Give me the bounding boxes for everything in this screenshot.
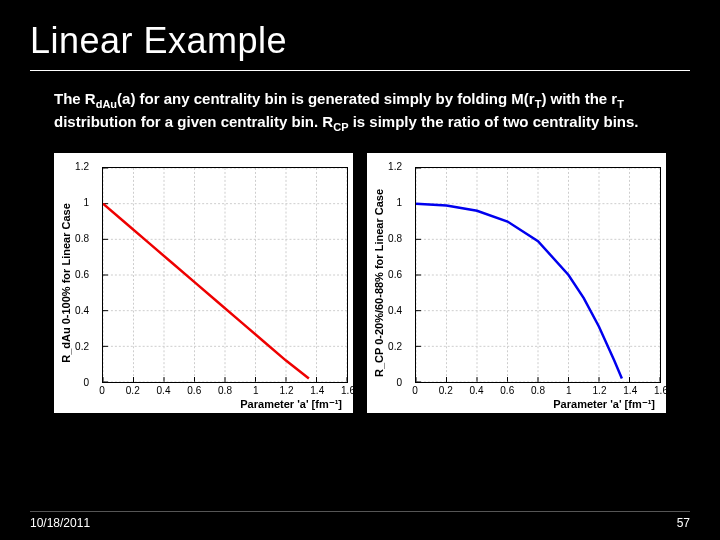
xtick-label: 1.6: [649, 385, 673, 396]
body-p2: (a) for any centrality bin is generated …: [117, 90, 535, 107]
body-sub3: T: [617, 98, 624, 110]
xtick-label: 1.2: [275, 385, 299, 396]
body-p1: The R: [54, 90, 96, 107]
slide: Linear Example The RdAu(a) for any centr…: [0, 0, 720, 540]
ytick-label: 1.2: [59, 161, 89, 172]
chart-row: R_dAu 0-100% for Linear Case Parameter '…: [54, 153, 666, 413]
ytick-label: 1: [59, 197, 89, 208]
xtick-label: 1.4: [618, 385, 642, 396]
chart-left: R_dAu 0-100% for Linear Case Parameter '…: [54, 153, 353, 413]
xtick-label: 0.2: [434, 385, 458, 396]
body-sub4: CP: [333, 121, 348, 133]
ytick-label: 0.4: [372, 305, 402, 316]
ytick-label: 0.4: [59, 305, 89, 316]
chart-right-xlabel: Parameter 'a' [fm⁻¹]: [415, 398, 661, 411]
chart-left-xlabel: Parameter 'a' [fm⁻¹]: [102, 398, 348, 411]
body-p5: is simply the ratio of two centrality bi…: [348, 113, 638, 130]
ytick-label: 0.6: [59, 269, 89, 280]
chart-right-ylabel: R_CP 0-20%/60-88% for Linear Case: [373, 183, 385, 383]
title-divider: [30, 70, 690, 71]
ytick-label: 1.2: [372, 161, 402, 172]
body-p4: distribution for a given centrality bin.…: [54, 113, 333, 130]
xtick-label: 0.8: [526, 385, 550, 396]
footer: 10/18/2011 57: [30, 511, 690, 530]
xtick-label: 1.6: [336, 385, 360, 396]
ytick-label: 0.6: [372, 269, 402, 280]
xtick-label: 0.6: [182, 385, 206, 396]
xtick-label: 1: [557, 385, 581, 396]
chart-right-gridlines: [416, 168, 660, 382]
xtick-label: 1.4: [305, 385, 329, 396]
chart-left-gridlines: [103, 168, 347, 382]
ytick-label: 0.8: [372, 233, 402, 244]
xtick-label: 1.2: [588, 385, 612, 396]
ytick-label: 0: [372, 377, 402, 388]
slide-title: Linear Example: [30, 20, 690, 62]
body-text: The RdAu(a) for any centrality bin is ge…: [30, 89, 690, 135]
footer-page: 57: [677, 516, 690, 530]
xtick-label: 0.8: [213, 385, 237, 396]
chart-left-ylabel: R_dAu 0-100% for Linear Case: [60, 183, 72, 383]
xtick-label: 0.6: [495, 385, 519, 396]
xtick-label: 0.4: [152, 385, 176, 396]
chart-left-plot: [102, 167, 348, 383]
footer-date: 10/18/2011: [30, 516, 90, 530]
xtick-label: 0: [403, 385, 427, 396]
ytick-label: 0: [59, 377, 89, 388]
ytick-label: 0.2: [372, 341, 402, 352]
chart-right-plot: [415, 167, 661, 383]
xtick-label: 0.2: [121, 385, 145, 396]
ytick-label: 0.2: [59, 341, 89, 352]
ytick-label: 1: [372, 197, 402, 208]
chart-left-svg: [103, 168, 347, 382]
xtick-label: 0.4: [465, 385, 489, 396]
xtick-label: 1: [244, 385, 268, 396]
ytick-label: 0.8: [59, 233, 89, 244]
chart-right-svg: [416, 168, 660, 382]
chart-right: R_CP 0-20%/60-88% for Linear Case Parame…: [367, 153, 666, 413]
body-p3: ) with the r: [541, 90, 617, 107]
body-sub1: dAu: [96, 98, 117, 110]
xtick-label: 0: [90, 385, 114, 396]
